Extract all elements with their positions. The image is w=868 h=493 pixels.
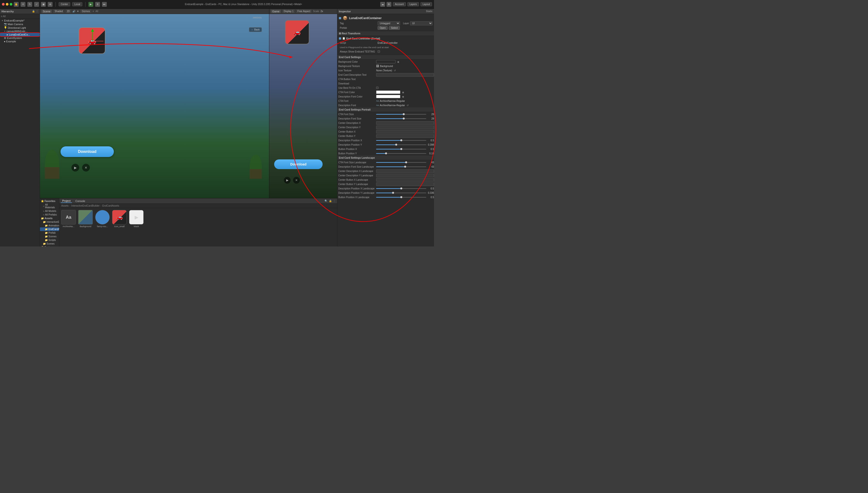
scale-tool[interactable]: ⤢ (34, 2, 39, 7)
scene-back-button[interactable]: ← Back (249, 27, 262, 32)
asset-fancy[interactable]: fancy-rou... (95, 210, 110, 228)
space-local-button[interactable]: Local (72, 2, 82, 6)
testing-checkbox[interactable] (378, 50, 380, 53)
btn-pos-x-thumb[interactable] (400, 148, 402, 150)
icon-texture-reset[interactable]: ↺ (394, 69, 396, 72)
desc-pos-x-slider[interactable]: 0.5 (376, 139, 434, 142)
cta-font-size-slider[interactable]: 29 (376, 113, 434, 115)
step-button[interactable]: ⏭ (102, 2, 107, 7)
game-download-button[interactable]: Download (274, 159, 323, 169)
ft-endcard-assets[interactable]: 📁 EndCardAssets (40, 228, 59, 231)
asset-background[interactable]: Background (78, 210, 93, 228)
ft-scenes-inner[interactable]: 📁 Scenes (40, 235, 59, 238)
center-desc-y-input[interactable] (376, 126, 434, 129)
breadcrumb-assets[interactable]: Assets (61, 205, 68, 207)
hier-item-example[interactable]: ● Example (0, 40, 40, 43)
minimize-button[interactable] (6, 3, 8, 5)
center-btn-x-input[interactable] (376, 130, 434, 133)
best-fit-checkbox[interactable] (376, 87, 379, 89)
cta-color-picker-icon[interactable]: ◉ (402, 91, 404, 93)
center-btn-y-ls-input[interactable] (376, 183, 434, 186)
desc-font-reset[interactable]: ↺ (407, 104, 408, 107)
dp-x-ls-thumb[interactable] (400, 188, 402, 189)
ft-animations[interactable]: 📁 Animations (40, 224, 59, 228)
controller-checkbox[interactable] (339, 37, 341, 40)
gizmos-button[interactable]: Gizmos (80, 10, 91, 13)
rect-tool[interactable]: ▣ (41, 2, 46, 7)
ft-assets[interactable]: 📁 Assets (40, 216, 59, 220)
bp-x-ls-thumb[interactable] (400, 196, 402, 198)
display-dropdown[interactable]: Display 1 (282, 10, 295, 13)
lighting-icon[interactable]: ☀ (77, 10, 79, 13)
asset-font[interactable]: Aa ArchivoNa... (61, 210, 76, 228)
hier-item-dirlight[interactable]: 💡 Directional Light (0, 26, 40, 29)
hier-item-luna[interactable]: ▸ LunaEndCardCo... (0, 33, 40, 36)
move-tool[interactable]: ✛ (21, 2, 25, 7)
desc-pos-y-thumb[interactable] (395, 144, 397, 146)
desc-pos-y-ls-slider[interactable]: 0.336 (376, 192, 434, 194)
center-btn-x-ls-input[interactable] (376, 178, 434, 182)
tag-dropdown[interactable]: Untagged (378, 21, 400, 25)
project-tab[interactable]: Project (61, 199, 72, 203)
project-search-icon[interactable]: 🔍 (325, 199, 327, 202)
layout-button[interactable]: Layout (420, 2, 432, 6)
cta-size-thumb[interactable] (403, 113, 405, 115)
hier-item-endcard[interactable]: ▼ EndcardExample* (0, 19, 40, 22)
2d-toggle[interactable]: 2D (66, 10, 71, 13)
aspect-dropdown[interactable]: Free Aspect (296, 10, 311, 13)
layer-dropdown[interactable]: UI (410, 21, 432, 25)
center-desc-x-ls-input[interactable] (376, 169, 434, 173)
btn-pos-x-ls-slider[interactable]: 0.5 (376, 196, 434, 199)
settings-icon[interactable]: ⚙ (386, 2, 391, 7)
hier-item-eventsys[interactable]: ⚙ EventSystem (0, 36, 40, 40)
desc-pos-x-ls-slider[interactable]: 0.5 (376, 187, 434, 190)
hand-tool[interactable]: ✋ (14, 2, 19, 7)
desc-pos-x-thumb[interactable] (400, 140, 402, 141)
hier-item-maincam[interactable]: 📷 Main Camera (0, 22, 40, 26)
collab-icon[interactable]: ☁ (380, 2, 385, 7)
btn-pos-y-slider[interactable]: 0.18 (376, 152, 434, 155)
breadcrumb-interactive[interactable]: InteractiveEndCardBuilder (71, 205, 100, 207)
rotate-tool[interactable]: ↻ (27, 2, 32, 7)
hierarchy-lock-icon[interactable]: 🔒 (32, 10, 35, 13)
cta-size-landscape-slider[interactable]: 43 (376, 161, 434, 164)
asset-icon-small[interactable]: 🚗 icon_small (112, 210, 127, 228)
center-desc-y-ls-input[interactable] (376, 174, 434, 177)
scene-tab[interactable]: Scene (41, 10, 52, 13)
desc-font-size-slider[interactable]: 29 (376, 117, 434, 120)
settings-ctrl-button[interactable]: ✕ (82, 164, 90, 172)
ft-favorites[interactable]: ⭐ Favorites (40, 199, 59, 203)
layers-button[interactable]: Layers (407, 2, 419, 6)
ft-interactive[interactable]: 📁 InteractiveEndC... (40, 220, 59, 224)
end-card-desc-input[interactable] (376, 73, 434, 77)
game-tab[interactable]: Game (271, 10, 281, 13)
maximize-button[interactable] (10, 3, 12, 5)
play-button[interactable]: ▶ (88, 2, 93, 7)
audio-icon[interactable]: 🔊 (73, 10, 75, 13)
desc-font-color-box[interactable] (376, 95, 400, 98)
scene-download-button[interactable]: Download (61, 146, 114, 157)
asset-mask[interactable]: ▶ Mask (129, 210, 144, 228)
transform-tool[interactable]: ⊕ (48, 2, 53, 7)
btn-pos-x-slider[interactable]: 0.5 (376, 148, 434, 150)
hierarchy-menu-icon[interactable]: ⋮ (36, 10, 38, 13)
component-active-checkbox[interactable] (339, 17, 341, 19)
ft-packages[interactable]: 📦 Packages (40, 245, 59, 246)
ft-prefab[interactable]: 📁 Prefab (40, 231, 59, 235)
account-button[interactable]: Account (393, 2, 406, 6)
prefab-open-button[interactable]: Open (378, 26, 388, 30)
project-lock-icon[interactable]: 🔒 (329, 199, 332, 202)
close-button[interactable] (2, 3, 5, 5)
ft-all-materials[interactable]: ○ All Materials (40, 203, 59, 209)
cta-ls-thumb[interactable] (405, 162, 407, 163)
console-tab[interactable]: Console (74, 199, 86, 203)
pause-button[interactable]: ⏸ (95, 2, 100, 7)
bg-color-picker-icon[interactable]: ◉ (397, 61, 399, 63)
dp-y-ls-thumb[interactable] (392, 192, 394, 194)
game-settings-ctrl[interactable]: ✕ (293, 177, 300, 184)
prefab-select-button[interactable]: Select (389, 26, 400, 30)
ft-all-prefabs[interactable]: ○ All Prefabs (40, 213, 59, 216)
ft-scenes[interactable]: 📁 Scenes (40, 242, 59, 245)
desc-size-landscape-slider[interactable]: 43 (376, 166, 434, 168)
game-play-ctrl[interactable]: ▶ (284, 177, 290, 184)
